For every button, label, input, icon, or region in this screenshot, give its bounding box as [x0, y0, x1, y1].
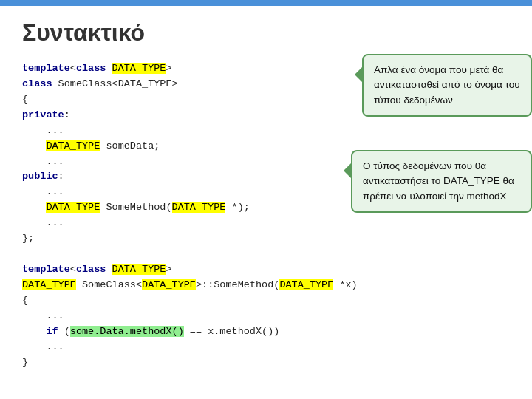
tooltip-1: Απλά ένα όνομα που μετά θα αντικατασταθε…	[362, 54, 532, 117]
code-line-5: ...	[22, 123, 510, 139]
page-title: Συντακτικό	[0, 6, 532, 54]
header-bar	[0, 0, 532, 6]
tooltip-2: Ο τύπος δεδομένων που θα αντικαταστήσει …	[351, 150, 532, 213]
code-block-2: template<class DATA_TYPE> DATA_TYPE Some…	[0, 261, 532, 370]
code2-line-7: }	[22, 355, 510, 371]
code2-line-2: DATA_TYPE SomeClass<DATA_TYPE>::SomeMeth…	[22, 278, 510, 293]
code2-line-6: ...	[22, 340, 510, 355]
code2-line-1: template<class DATA_TYPE>	[22, 262, 510, 278]
code2-line-3: {	[22, 293, 510, 309]
code2-line-5: if (some.Data.methodX() == x.methodX())	[22, 324, 510, 340]
code-line-12: };	[22, 231, 510, 247]
code-line-11: ...	[22, 216, 510, 231]
code2-line-4: ...	[22, 309, 510, 324]
